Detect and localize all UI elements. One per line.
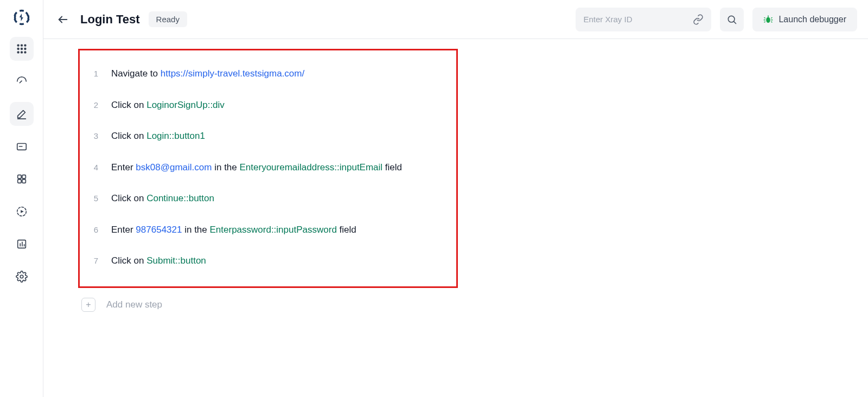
step-text: Enter bsk08@gmail.com in the Enteryourem… [111,161,402,175]
test-step-row[interactable]: 6Enter 987654321 in the Enterpassword::i… [91,214,445,246]
step-element-token: Enterpassword::inputPassword [210,225,337,235]
step-number: 4 [91,162,98,174]
sidebar-item-dashboard[interactable] [10,69,34,93]
content: 1Navigate to https://simply-travel.tests… [43,39,868,325]
sidebar [0,0,43,397]
svg-line-29 [771,17,773,18]
svg-point-24 [729,16,735,22]
svg-rect-15 [22,180,25,183]
step-number: 1 [91,68,98,80]
step-text: Enter 987654321 in the Enterpassword::in… [111,223,356,237]
step-plain-token: Click on [111,193,146,203]
svg-point-2 [24,44,26,46]
add-step-label: Add new step [106,299,162,310]
step-text: Click on Login::button1 [111,129,205,143]
step-plain-token: Navigate to [111,68,161,79]
svg-rect-12 [17,175,21,178]
bug-icon [763,15,773,24]
step-number: 6 [91,224,98,236]
step-text: Click on Submit::button [111,254,206,268]
step-plain-token: field [382,162,402,172]
step-value-token: bsk08@gmail.com [136,162,212,172]
main: Login Test Ready Launch debugger 1Naviga… [43,0,868,397]
svg-point-26 [767,17,771,23]
step-plain-token: Click on [111,100,146,110]
step-plain-token: Click on [111,131,146,141]
svg-line-30 [764,21,765,22]
svg-point-22 [20,275,23,278]
step-number: 7 [91,255,98,267]
svg-point-5 [24,48,26,50]
test-step-row[interactable]: 4Enter bsk08@gmail.com in the Enteryoure… [91,152,445,183]
test-step-row[interactable]: 3Click on Login::button1 [91,120,445,152]
xray-input-wrap[interactable] [576,8,711,31]
sidebar-item-apps[interactable] [10,37,34,61]
test-step-row[interactable]: 1Navigate to https://simply-travel.tests… [91,58,445,89]
sidebar-item-edit[interactable] [10,102,34,126]
step-plain-token: in the [182,225,209,235]
svg-point-3 [17,48,19,50]
svg-point-0 [17,44,19,46]
step-plain-token: Click on [111,255,146,266]
steps-list: 1Navigate to https://simply-travel.tests… [78,49,458,288]
test-step-row[interactable]: 7Click on Submit::button [91,245,445,277]
svg-point-8 [24,52,26,53]
svg-rect-18 [17,240,25,248]
xray-input[interactable] [583,15,693,24]
topbar: Login Test Ready Launch debugger [43,0,868,39]
step-element-token: Enteryouremailaddress::inputEmail [240,162,383,172]
step-number: 3 [91,130,98,143]
page-title: Login Test [80,12,140,27]
step-element-token: Submit::button [146,255,206,266]
svg-point-7 [21,52,22,53]
app-logo [11,7,33,28]
svg-rect-13 [22,175,25,178]
step-number: 5 [91,193,98,205]
step-element-token: Login::button1 [146,131,205,141]
svg-point-1 [21,44,22,46]
sidebar-item-reports[interactable] [10,232,34,256]
step-plain-token: Enter [111,162,136,172]
svg-marker-17 [21,210,24,213]
svg-line-25 [734,21,736,23]
sidebar-item-components[interactable] [10,167,34,191]
step-url-token: https://simply-travel.testsigma.com/ [161,68,304,79]
step-plain-token: Enter [111,225,136,235]
test-step-row[interactable]: 2Click on LoginorSignUp::div [91,89,445,121]
test-step-row[interactable]: 5Click on Continue::button [91,183,445,214]
sidebar-item-folder[interactable] [10,135,34,158]
step-element-token: Continue::button [146,193,214,203]
step-value-token: 987654321 [136,225,182,235]
step-text: Click on Continue::button [111,191,214,206]
sidebar-item-run[interactable] [10,200,34,223]
step-number: 2 [91,99,98,112]
back-button[interactable] [54,11,72,28]
add-step-button[interactable]: + Add new step [78,288,458,312]
step-text: Click on LoginorSignUp::div [111,98,225,112]
svg-point-4 [21,48,22,50]
step-plain-token: in the [212,162,239,172]
sidebar-item-settings[interactable] [10,265,34,289]
step-plain-token: field [337,225,356,235]
launch-debugger-label: Launch debugger [778,15,846,24]
svg-rect-14 [17,180,21,183]
svg-line-28 [764,17,765,18]
plus-icon: + [81,298,95,312]
link-icon[interactable] [693,14,704,25]
status-badge: Ready [149,11,187,27]
svg-point-6 [17,52,19,53]
step-text: Navigate to https://simply-travel.testsi… [111,67,304,81]
step-element-token: LoginorSignUp::div [146,100,225,110]
launch-debugger-button[interactable]: Launch debugger [752,8,857,31]
svg-line-31 [771,21,773,22]
search-button[interactable] [720,8,744,31]
